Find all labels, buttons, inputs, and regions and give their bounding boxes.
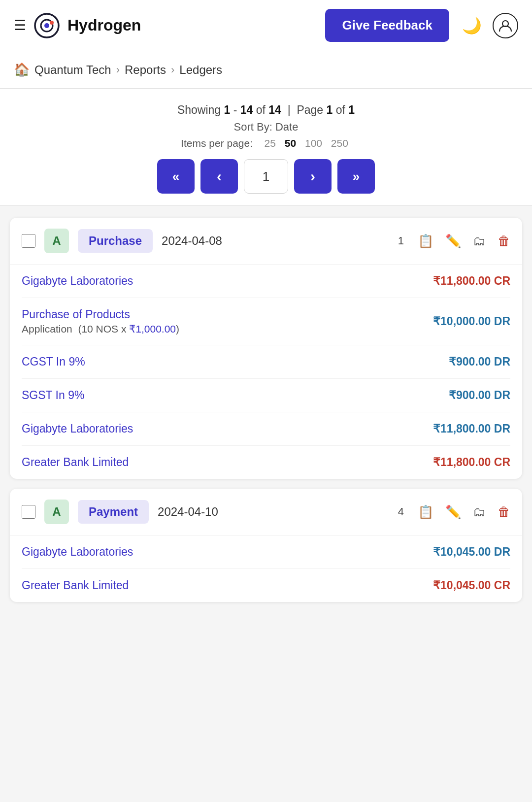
- ledger-date-2: 2024-04-10: [158, 505, 389, 519]
- ledger-list: A Purchase 2024-04-08 1 📋 ✏️ 🗂 🗑 Gigabyt…: [0, 206, 532, 614]
- header: ☰ Hydrogen Give Feedback 🌙: [0, 0, 532, 51]
- pagination-area: Showing 1 - 14 of 14 | Page 1 of 1 Sort …: [0, 89, 532, 206]
- breadcrumb-ledgers: Ledgers: [179, 63, 222, 77]
- row-amount: ₹11,800.00 DR: [433, 422, 510, 435]
- ledger-select-checkbox-2[interactable]: [22, 505, 35, 519]
- breadcrumb-sep-1: ›: [116, 64, 120, 76]
- ledger-card-payment: A Payment 2024-04-10 4 📋 ✏️ 🗂 🗑 Gigabyte…: [10, 489, 522, 602]
- app-title: Hydrogen: [67, 16, 317, 34]
- ledger-count-1: 1: [398, 234, 404, 247]
- edit-icon-1[interactable]: ✏️: [445, 234, 461, 249]
- edit-icon-2[interactable]: ✏️: [445, 504, 461, 520]
- copy-icon-2[interactable]: 🗂: [473, 504, 486, 520]
- document-icon-1[interactable]: 📋: [418, 234, 433, 249]
- pagination-end: 14: [240, 103, 253, 116]
- ledger-row: Gigabyte Laboratories ₹11,800.00 CR: [22, 265, 510, 298]
- row-name[interactable]: Gigabyte Laboratories: [22, 545, 133, 559]
- items-option-50[interactable]: 50: [285, 137, 296, 149]
- ledger-row: Purchase of Products Application (10 NOS…: [22, 298, 510, 345]
- home-icon[interactable]: 🏠: [14, 62, 30, 77]
- pagination-info: Showing 1 - 14 of 14 | Page 1 of 1: [10, 103, 522, 117]
- user-avatar[interactable]: [493, 13, 518, 38]
- pagination-start: 1: [224, 103, 231, 116]
- first-page-button[interactable]: «: [157, 159, 195, 194]
- row-desc: Application (10 NOS x ₹1,000.00): [22, 323, 179, 335]
- row-amount: ₹11,800.00 CR: [433, 274, 510, 288]
- row-amount: ₹10,045.00 DR: [433, 545, 510, 559]
- row-amount: ₹900.00 DR: [449, 355, 510, 368]
- ledger-card-header-purchase: A Purchase 2024-04-08 1 📋 ✏️ 🗂 🗑: [10, 218, 522, 265]
- row-amount: ₹10,000.00 DR: [433, 315, 510, 328]
- items-option-250[interactable]: 250: [331, 137, 348, 149]
- ledger-rows-purchase: Gigabyte Laboratories ₹11,800.00 CR Purc…: [10, 265, 522, 479]
- ledger-row: CGST In 9% ₹900.00 DR: [22, 345, 510, 379]
- breadcrumb-reports[interactable]: Reports: [125, 63, 166, 77]
- row-name[interactable]: Gigabyte Laboratories: [22, 274, 133, 288]
- row-name[interactable]: Gigabyte Laboratories: [22, 422, 133, 435]
- pagination-total: 14: [268, 103, 281, 116]
- ledger-row: Gigabyte Laboratories ₹11,800.00 DR: [22, 412, 510, 446]
- svg-point-2: [44, 23, 49, 28]
- row-name[interactable]: CGST In 9%: [22, 355, 85, 368]
- document-icon-2[interactable]: 📋: [418, 504, 433, 520]
- svg-point-3: [50, 21, 54, 25]
- copy-icon-1[interactable]: 🗂: [473, 234, 486, 249]
- prev-page-button[interactable]: ‹: [200, 159, 238, 194]
- items-option-100[interactable]: 100: [305, 137, 322, 149]
- row-name[interactable]: Purchase of Products: [22, 308, 179, 321]
- ledger-type-letter-1: A: [44, 229, 69, 253]
- page-number-input[interactable]: 1: [244, 159, 288, 194]
- ledger-card-purchase: A Purchase 2024-04-08 1 📋 ✏️ 🗂 🗑 Gigabyt…: [10, 218, 522, 479]
- delete-icon-2[interactable]: 🗑: [498, 504, 510, 520]
- pagination-items-per-page: Items per page: 25 50 100 250: [10, 137, 522, 149]
- ledger-type-badge-payment: Payment: [78, 500, 149, 524]
- ledger-date-1: 2024-04-08: [162, 234, 389, 248]
- user-icon: [499, 19, 512, 33]
- pagination-sortby: Sort By: Date: [10, 121, 522, 134]
- feedback-button[interactable]: Give Feedback: [325, 9, 449, 42]
- pagination-controls: « ‹ 1 › »: [10, 159, 522, 194]
- menu-icon[interactable]: ☰: [14, 19, 26, 33]
- ledger-row: SGST In 9% ₹900.00 DR: [22, 379, 510, 412]
- breadcrumb: 🏠 Quantum Tech › Reports › Ledgers: [0, 51, 532, 89]
- ledger-select-checkbox-1[interactable]: [22, 234, 35, 248]
- pagination-current-page: 1: [327, 103, 333, 116]
- breadcrumb-sep-2: ›: [171, 64, 174, 76]
- logo-icon: [34, 13, 60, 38]
- dark-mode-icon[interactable]: 🌙: [462, 16, 482, 35]
- items-option-25[interactable]: 25: [265, 137, 276, 149]
- ledger-row: Gigabyte Laboratories ₹10,045.00 DR: [22, 535, 510, 569]
- ledger-row: Greater Bank Limited ₹11,800.00 CR: [22, 446, 510, 479]
- items-per-page-label: Items per page:: [181, 137, 253, 149]
- ledger-type-letter-2: A: [44, 500, 69, 524]
- ledger-card-header-payment: A Payment 2024-04-10 4 📋 ✏️ 🗂 🗑: [10, 489, 522, 535]
- row-amount: ₹11,800.00 CR: [433, 456, 510, 469]
- delete-icon-1[interactable]: 🗑: [498, 234, 510, 249]
- row-name[interactable]: Greater Bank Limited: [22, 579, 129, 592]
- last-page-button[interactable]: »: [337, 159, 375, 194]
- row-name[interactable]: Greater Bank Limited: [22, 456, 129, 469]
- ledger-type-badge-purchase: Purchase: [78, 229, 153, 253]
- ledger-count-2: 4: [398, 505, 404, 518]
- pagination-total-pages: 1: [348, 103, 355, 116]
- breadcrumb-quantum-tech[interactable]: Quantum Tech: [34, 63, 111, 77]
- row-amount: ₹10,045.00 CR: [433, 579, 510, 592]
- row-amount: ₹900.00 DR: [449, 389, 510, 402]
- ledger-row: Greater Bank Limited ₹10,045.00 CR: [22, 569, 510, 602]
- ledger-rows-payment: Gigabyte Laboratories ₹10,045.00 DR Grea…: [10, 535, 522, 602]
- next-page-button[interactable]: ›: [294, 159, 332, 194]
- row-name[interactable]: SGST In 9%: [22, 389, 84, 402]
